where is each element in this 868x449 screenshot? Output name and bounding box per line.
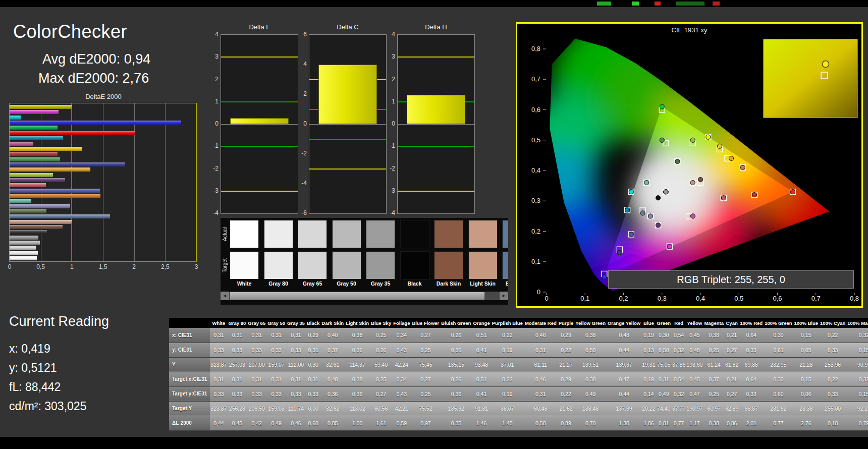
y-tick-label: -2 [382,165,395,172]
swatch-actual-blue-sky[interactable] [502,220,508,248]
table-cell: 0,22 [558,386,575,401]
swatch-target-light-skin[interactable] [468,251,498,279]
table-cell: 0,33 [266,343,286,357]
table-cell: 0,33 [286,343,306,357]
table-row: Target x:CIE310,310,310,310,310,310,310,… [169,372,868,386]
delta-bar [407,95,465,124]
deltae-bar [10,204,70,208]
table-cell: 0,46 [524,372,558,386]
cie-measured-point [629,190,633,194]
deltae-bar [10,121,181,125]
swatch-scrollbar[interactable]: ◄ ► [221,292,508,300]
swatch-target-gray-65[interactable] [298,251,327,279]
swatch-target-gray-35[interactable] [366,251,395,279]
cie-measured-point [660,104,664,109]
scroll-right-button[interactable]: ► [500,292,508,300]
swatch-target-gray-80[interactable] [264,251,293,279]
swatch-target-gray-50[interactable] [332,251,361,279]
table-cell: 0,36 [440,343,472,357]
swatch-target-black[interactable] [400,251,429,279]
table-cell: 0,41 [472,386,491,401]
swatch-actual-black[interactable] [400,220,429,248]
delta-c-title: Delta C [309,23,387,31]
table-cell: 0,26 [440,372,472,386]
table-cell: 75,45 [411,357,440,372]
table-cell: 0,00 [306,401,320,416]
table-cell: 110,74 [286,401,306,416]
cie-measured-point [625,208,630,212]
table-cell: 1,45 [491,416,524,430]
cie-measured-point [617,250,622,255]
column-header: Magenta [703,318,725,328]
column-header: Yellow [686,318,703,328]
table-cell: 0,37 [320,343,345,357]
table-cell: 1,46 [472,416,491,430]
swatch-name: White [228,280,261,287]
table-cell: 0,22 [558,343,575,357]
table-cell: 0,61 [764,343,793,357]
table-cell: 23,38 [793,401,820,416]
swatch-target-blue-sky[interactable] [502,251,508,279]
swatch-name: Black [398,280,431,287]
scrollbar-thumb[interactable] [230,292,484,300]
yellow-reference-line [309,169,386,170]
table-cell: 0,32 [672,343,686,357]
column-header: Foliage [392,318,411,328]
scroll-left-button[interactable]: ◄ [221,292,229,300]
cie-y-tick: 0 [537,288,540,296]
table-cell: 0,29 [558,372,575,386]
delta-h-chart[interactable]: Delta H 43210-1-2-3-4 [382,23,476,216]
column-header: Purple [558,318,575,328]
cie-y-tick: 0,1 [531,258,540,265]
table-cell: 0,21 [725,372,739,386]
table-cell: 74,40 [656,401,672,416]
row-header: ΔE 2000 [169,416,210,430]
swatch-actual-gray-80[interactable] [264,220,293,248]
table-cell: 0,79 [846,416,868,430]
table-cell: 0,25 [703,343,725,357]
table-cell: 0,33 [210,343,227,357]
swatch-target-white[interactable] [230,251,259,279]
swatch-actual-light-skin[interactable] [468,220,498,248]
swatch-actual-dark-skin[interactable] [434,220,463,248]
cie-panel[interactable]: CIE 1931 xy 00,10,20,30,40,50,60,70,800,… [516,22,863,308]
delta-c-chart[interactable]: Delta C 6420-2-4-6 [294,23,388,216]
swatch-target-dark-skin[interactable] [434,251,463,279]
table-cell: 0,81 [656,416,672,430]
delta-l-chart[interactable]: Delta L 43210-1-2-3-4 [205,23,299,216]
y-tick-label: 0 [205,120,219,127]
table-cell: 0,15 [793,372,820,386]
cie-measured-point [664,190,668,194]
swatch-actual-gray-50[interactable] [332,220,361,248]
table-cell: 0,48 [607,328,641,343]
swatch-actual-gray-35[interactable] [366,220,395,248]
y-tick-label: 3 [205,53,219,60]
table-cell: 193,60 [686,357,703,372]
table-cell: 0,86 [725,416,739,430]
table-cell: 90,96 [846,357,868,372]
table-cell: 0,22 [491,372,524,386]
cie-x-tick: 0,2 [619,295,628,302]
swatch-name: Blue Sky [500,280,508,287]
swatch-actual-white[interactable] [230,220,259,248]
scrollbar-track[interactable] [229,292,500,300]
table-cell: 0,60 [306,416,320,430]
x-tick-label: 2,5 [161,263,170,270]
cie-measured-point [706,135,711,139]
swatch-actual-gray-65[interactable] [298,220,327,248]
table-cell: 0,27 [411,328,440,343]
table-cell: 2,01 [739,416,764,430]
table-cell: 0,27 [725,386,739,401]
table-cell: 0,31 [247,328,266,343]
table-cell: 0,25 [411,343,440,357]
table-cell: 0,22 [819,372,846,386]
table-cell: 0,31 [524,343,558,357]
table-cell: 0,34 [392,328,411,343]
y-tick-label: 2 [382,76,395,83]
cie-measured-point [629,232,633,237]
table-cell: 0,49 [656,386,672,401]
table-cell: 0,43 [392,386,411,401]
cie-diagram[interactable]: 00,10,20,30,40,50,60,70,800,10,20,30,40,… [517,24,861,306]
column-header: Blue Flower [411,318,440,328]
deltae2000-chart[interactable]: DeltaE 2000 00,511,522,53 [9,93,198,274]
